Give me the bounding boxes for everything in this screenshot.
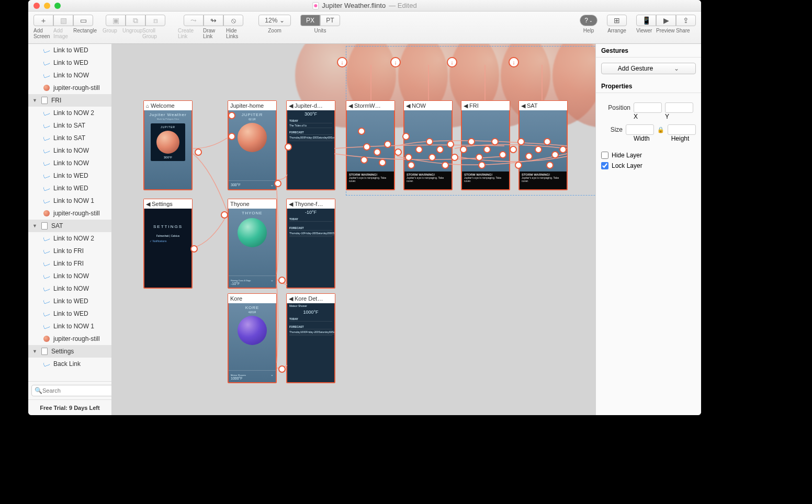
link-node[interactable] xyxy=(363,143,370,151)
link-node[interactable] xyxy=(190,245,198,253)
link-node[interactable] xyxy=(517,138,525,145)
lock-layer-checkbox[interactable] xyxy=(601,162,608,169)
link-node[interactable] xyxy=(274,180,281,187)
layer-item-image[interactable]: jupiter-rough-still xyxy=(28,207,111,220)
link-node[interactable] xyxy=(415,146,423,153)
link-node[interactable] xyxy=(379,159,386,166)
add-screen-button[interactable]: ＋ xyxy=(33,15,53,26)
preview-button[interactable]: ▶ xyxy=(656,15,676,26)
layer-item-link[interactable]: Link to SAT xyxy=(28,119,111,132)
group-button[interactable]: ▣ xyxy=(106,15,126,26)
draw-link-button[interactable]: ↬ xyxy=(204,15,223,26)
disclosure-icon[interactable]: ▼ xyxy=(32,223,38,228)
link-node[interactable] xyxy=(478,162,486,169)
link-node[interactable] xyxy=(551,151,559,158)
link-node[interactable] xyxy=(358,128,365,135)
link-node[interactable] xyxy=(374,148,381,156)
link-node[interactable] xyxy=(221,211,228,219)
layer-item-link[interactable]: Link to WED xyxy=(28,56,111,69)
layer-group-header[interactable]: ▼Settings xyxy=(28,345,111,358)
layer-item-link[interactable]: Link to NOW xyxy=(28,144,111,157)
link-node[interactable] xyxy=(360,156,368,164)
link-node[interactable] xyxy=(525,153,533,160)
units-px-button[interactable]: PX xyxy=(300,15,320,26)
layer-item-link[interactable]: Link to NOW xyxy=(28,157,111,169)
layer-item-link[interactable]: Link to WED xyxy=(28,44,111,56)
layer-group-header[interactable]: ▼FRI xyxy=(28,94,111,107)
create-link-button[interactable]: ⤳ xyxy=(184,15,204,26)
link-node[interactable] xyxy=(451,154,458,161)
layer-item-image[interactable]: jupiter-rough-still xyxy=(28,333,111,345)
link-node[interactable] xyxy=(460,146,467,153)
share-button[interactable]: ⇪ xyxy=(676,15,696,26)
layer-item-link[interactable]: Link to WED xyxy=(28,295,111,307)
link-node[interactable] xyxy=(483,146,491,153)
screen-thyone-forecast[interactable]: ◀Thyone-f… -10°F TODAY FORECAST Thursday… xyxy=(286,199,335,289)
units-pt-button[interactable]: PT xyxy=(320,15,340,26)
screen-fri[interactable]: ◀FRI STORM WARNING!Jupiter's eye is ramp… xyxy=(461,100,510,190)
arrange-button[interactable]: ⊞ xyxy=(607,15,627,26)
close-window-button[interactable] xyxy=(33,3,40,9)
layer-item-link[interactable]: Link to FRI xyxy=(28,245,111,257)
link-node[interactable] xyxy=(408,162,415,169)
link-node[interactable] xyxy=(510,146,517,153)
layer-item-link[interactable]: Link to NOW 2 xyxy=(28,232,111,245)
viewer-button[interactable]: 📱 xyxy=(636,15,656,26)
help-button[interactable]: ?⌄ xyxy=(580,15,597,26)
add-image-button[interactable]: ▧ xyxy=(53,15,73,26)
link-node[interactable] xyxy=(468,138,475,145)
link-node[interactable] xyxy=(426,138,433,145)
hide-links-button[interactable]: ⦸ xyxy=(223,15,243,26)
lock-aspect-icon[interactable]: 🔒 xyxy=(657,127,664,133)
size-width-input[interactable] xyxy=(626,124,654,135)
link-node[interactable] xyxy=(384,141,391,148)
screen-jupiter-detail[interactable]: ◀Jupiter-d… 300°F TODAY The Tides of Io … xyxy=(286,100,335,190)
link-node[interactable] xyxy=(278,277,286,284)
canvas[interactable]: ⌂Welcome Jupiter Weather Made by Pinkgat… xyxy=(112,44,595,415)
minimize-window-button[interactable] xyxy=(44,3,50,9)
disclosure-icon[interactable]: ▼ xyxy=(32,349,38,354)
layer-item-link[interactable]: Link to NOW 1 xyxy=(28,320,111,333)
link-node[interactable] xyxy=(559,146,567,153)
link-node[interactable] xyxy=(228,133,235,140)
screen-kore-detail[interactable]: ◀Kore Det… Meteor Shower 1000°F TODAY FO… xyxy=(286,293,335,383)
disclosure-icon[interactable]: ▼ xyxy=(32,98,38,103)
layer-group-header[interactable]: ▼SAT xyxy=(28,220,111,232)
size-height-input[interactable] xyxy=(668,124,696,135)
layer-item-link[interactable]: Link to SAT xyxy=(28,132,111,144)
scroll-group-button[interactable]: ⧈ xyxy=(145,15,165,26)
link-node[interactable] xyxy=(228,112,235,119)
link-node[interactable] xyxy=(436,146,444,153)
zoom-dropdown[interactable]: 12% ⌄ xyxy=(258,15,291,26)
screen-settings[interactable]: ◀Settings SETTINGS Fahrenheit | Celsius … xyxy=(143,199,193,289)
layer-item-link[interactable]: Link to NOW xyxy=(28,282,111,295)
link-node[interactable] xyxy=(195,148,202,156)
layer-list[interactable]: Link to WEDLink to WEDLink to NOWjupiter… xyxy=(28,44,111,381)
layer-item-link[interactable]: Link to NOW 1 xyxy=(28,194,111,207)
hide-layer-checkbox[interactable] xyxy=(601,152,608,159)
link-node[interactable] xyxy=(544,138,551,145)
layer-item-link[interactable]: Link to WED xyxy=(28,307,111,320)
layer-item-image[interactable]: jupiter-rough-still xyxy=(28,82,111,94)
link-node[interactable] xyxy=(428,154,436,161)
link-node[interactable] xyxy=(285,143,292,151)
link-node[interactable] xyxy=(499,151,506,158)
layer-item-link[interactable]: Link to NOW xyxy=(28,69,111,82)
link-node[interactable] xyxy=(442,162,449,169)
layer-item-link[interactable]: Link to WED xyxy=(28,169,111,182)
screen-sat[interactable]: ◀SAT STORM WARNING!Jupiter's eye is ramp… xyxy=(518,100,568,190)
link-node[interactable] xyxy=(402,133,410,140)
layer-search-input[interactable] xyxy=(31,385,112,396)
zoom-window-button[interactable] xyxy=(54,3,61,9)
link-node[interactable] xyxy=(476,154,483,161)
layer-item-link[interactable]: Link to NOW 2 xyxy=(28,107,111,119)
layer-item-link[interactable]: Back Link xyxy=(28,358,111,370)
screen-welcome[interactable]: ⌂Welcome Jupiter Weather Made by Pinkgat… xyxy=(143,100,193,190)
link-node[interactable] xyxy=(535,146,542,153)
link-node[interactable] xyxy=(515,162,522,169)
layer-item-link[interactable]: Link to NOW xyxy=(28,270,111,282)
screen-thyone[interactable]: Thyone THYONE Raining Cans & Dogs-10°F⌄ xyxy=(228,199,277,289)
link-node[interactable] xyxy=(405,154,412,161)
position-x-input[interactable] xyxy=(634,102,662,113)
rectangle-button[interactable]: ▭ xyxy=(73,15,93,26)
